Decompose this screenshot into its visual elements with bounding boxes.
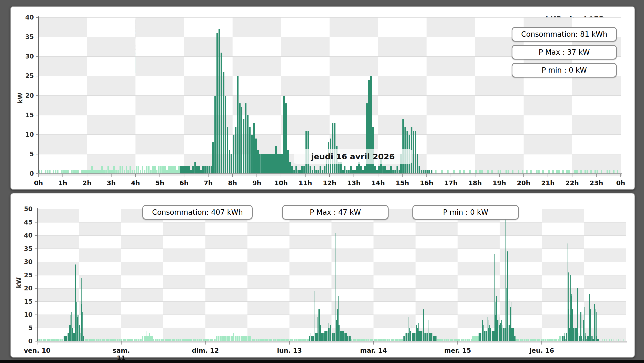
power-bar-light (451, 339, 451, 341)
plot-background-cell (135, 115, 184, 135)
power-bar-light (104, 339, 105, 341)
date-label-text: jeudi 16 avril 2026 (311, 152, 395, 161)
power-bar-light (58, 339, 59, 341)
power-bar-light (159, 339, 160, 341)
power-bar-light (376, 339, 377, 341)
power-bar-light (103, 339, 103, 341)
energy-dashboard: { "branding": { "ecowatt_eco": "éco", "e… (0, 0, 644, 363)
power-bar-light (541, 339, 542, 341)
power-bar-light (302, 339, 303, 341)
power-bar-light (264, 339, 264, 341)
power-bar-light (217, 336, 217, 341)
x-tick-label: 0h (24, 179, 53, 187)
power-bar-light (352, 339, 352, 341)
plot-background-cell (290, 302, 332, 315)
plot-background-cell (373, 275, 415, 289)
power-bar-light (300, 339, 301, 341)
power-bar-light (95, 339, 96, 341)
power-bar-light (537, 339, 538, 341)
plot-background-cell (87, 115, 136, 135)
power-bar-measured (320, 166, 321, 174)
power-bar-light (282, 339, 282, 341)
power-bar-light (527, 339, 528, 341)
power-bar-measured (319, 309, 320, 341)
plot-background-cell (415, 302, 458, 315)
power-bar-light (389, 339, 389, 341)
power-bar-light (473, 336, 473, 341)
power-bar-light (230, 336, 231, 341)
plot-background-cell (233, 17, 281, 37)
power-bar-light (234, 336, 234, 341)
power-bar-light (162, 339, 162, 341)
plot-background-cell (37, 209, 79, 222)
power-bar-measured (422, 331, 423, 341)
power-bar-light (126, 339, 126, 341)
power-bar-measured (64, 336, 64, 341)
power-bar-light (125, 339, 125, 341)
y-tick-label: 30 (16, 258, 33, 266)
power-bar-light (123, 339, 124, 341)
power-bar-light (117, 339, 118, 341)
power-bar-light (399, 339, 399, 341)
plot-background-cell (135, 135, 184, 154)
power-bar-light (522, 339, 523, 341)
power-bar-light (355, 339, 356, 341)
x-tick-label: mar. 14 (359, 347, 388, 354)
power-bar-light (149, 333, 150, 341)
power-bar-light (557, 339, 558, 341)
power-bar-light (221, 336, 221, 341)
power-bar-light (158, 166, 160, 174)
plot-background-cell (427, 154, 475, 174)
power-bar-light (127, 339, 127, 341)
power-bar-light (158, 339, 158, 341)
power-bar-light (111, 339, 111, 341)
power-bar-light (247, 336, 247, 341)
power-bar-measured (349, 336, 350, 341)
power-bar-measured (423, 309, 424, 341)
power-bar-measured (74, 333, 75, 341)
power-bar-light (118, 339, 119, 341)
power-bar-light (161, 339, 161, 341)
power-bar-light (49, 170, 51, 174)
power-bar-light (529, 339, 529, 341)
plot-background-cell (79, 262, 121, 275)
power-bar-light (203, 339, 203, 341)
power-bar-measured (287, 150, 289, 174)
power-bar-light (285, 339, 285, 341)
power-bar-light (398, 339, 399, 341)
power-bar-light (518, 170, 520, 174)
power-bar-light (520, 339, 520, 341)
power-bar-light (458, 339, 459, 341)
power-bar-light (53, 339, 54, 341)
power-bar-light (122, 166, 123, 174)
power-bar-light (530, 170, 532, 174)
plot-background-cell (135, 17, 184, 37)
power-bar-light (299, 339, 299, 341)
power-bar-measured (235, 127, 236, 174)
power-bar-measured (490, 323, 490, 341)
power-bar-light (102, 339, 102, 341)
power-bar-light (43, 339, 44, 341)
power-bar-light (57, 170, 59, 174)
power-bar-measured (336, 286, 336, 341)
power-bar-light (127, 170, 129, 174)
power-bar-light (155, 339, 156, 341)
power-bar-light (220, 336, 221, 341)
power-bar-light (549, 339, 550, 341)
power-bar-measured (82, 312, 83, 341)
power-bar-light (44, 339, 45, 341)
power-bar-measured (434, 336, 435, 341)
power-bar-measured (281, 154, 283, 174)
power-bar-light (194, 339, 194, 341)
power-bar-light (275, 339, 276, 341)
power-bar-measured (323, 333, 324, 341)
power-bar-light (525, 339, 525, 341)
power-bar-light (308, 339, 308, 341)
power-bar-measured (568, 272, 569, 341)
power-bar-light (94, 339, 95, 341)
power-bar-measured (223, 72, 224, 174)
power-bar-measured (433, 336, 434, 341)
x-tick-label: 15h (388, 179, 417, 187)
power-bar-light (214, 339, 215, 341)
power-bar-measured (378, 166, 380, 174)
